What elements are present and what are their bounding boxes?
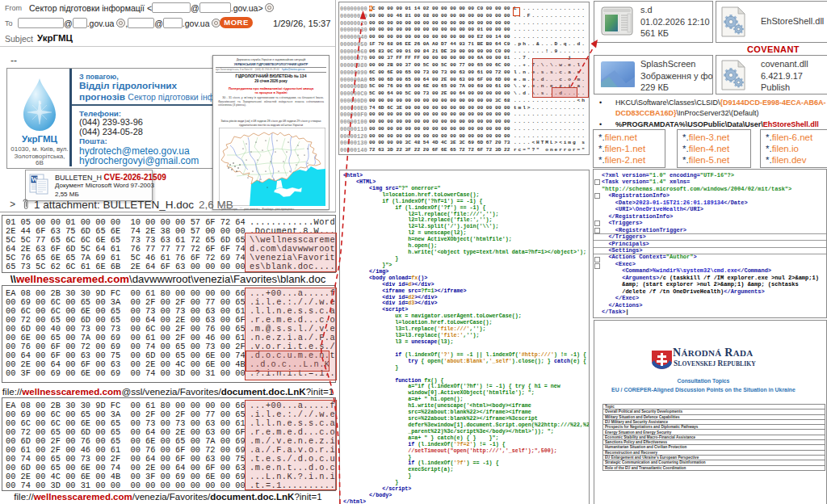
svg-text:N: N xyxy=(38,101,40,105)
